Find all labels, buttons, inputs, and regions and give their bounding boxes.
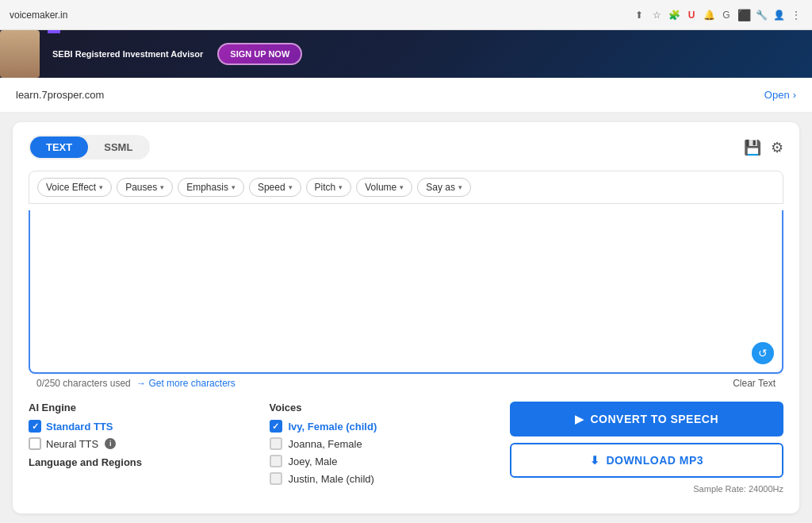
pauses-label: Pauses [125, 182, 157, 193]
colorful-icon[interactable]: ⬛ [737, 9, 750, 21]
ad-banner: SEBI Registered Investment Advisor SIGN … [0, 30, 812, 78]
sample-rate-text: Sample Rate: 24000Hz [510, 484, 783, 494]
volume-label: Volume [365, 182, 396, 193]
pitch-chevron: ▾ [339, 183, 343, 191]
voice-item-0: Ivy, Female (child) [270, 420, 498, 433]
voices-section: Voices Ivy, Female (child) Joanna, Femal… [270, 402, 498, 494]
download-label: DOWNLOAD MP3 [606, 454, 703, 467]
refresh-icon-button[interactable]: ↺ [752, 342, 774, 364]
voice-item-3: Justin, Male (child) [270, 472, 498, 485]
tab-text[interactable]: TEXT [30, 137, 88, 158]
char-count: 0/250 characters used → Get more charact… [36, 378, 236, 389]
save-icon: 💾 [744, 139, 761, 156]
speed-button[interactable]: Speed ▾ [249, 178, 301, 197]
toolbar: Voice Effect ▾ Pauses ▾ Emphasis ▾ Speed… [29, 171, 783, 204]
voice-checkbox-2[interactable] [270, 455, 282, 467]
ad-avatar [0, 30, 40, 78]
tab-row: TEXT SSML 💾 ⚙ [29, 135, 783, 160]
voice-label-2: Joey, Male [289, 456, 338, 467]
neural-tts-info-icon[interactable]: i [105, 438, 116, 449]
ai-engine-title: AI Engine [29, 402, 257, 413]
star-icon[interactable]: ☆ [650, 9, 663, 21]
standard-tts-checkbox[interactable] [29, 420, 41, 433]
ai-engine-section: AI Engine Standard TTS Neural TTS i Lang… [29, 402, 257, 494]
emphasis-button[interactable]: Emphasis ▾ [178, 178, 244, 197]
speed-chevron: ▾ [289, 183, 293, 191]
text-input[interactable] [30, 210, 782, 369]
standard-tts-row: Standard TTS [29, 420, 257, 433]
google-icon[interactable]: G [720, 9, 733, 21]
char-count-text: 0/250 characters used [36, 378, 131, 389]
settings-icon-button[interactable]: ⚙ [771, 139, 783, 156]
play-icon: ▶ [575, 413, 584, 425]
save-icon-button[interactable]: 💾 [744, 139, 761, 156]
voice-label-1: Joanna, Female [289, 438, 362, 450]
voice-effect-chevron: ▾ [99, 183, 103, 191]
tab-buttons: TEXT SSML [29, 135, 150, 160]
ad-banner-content: SEBI Registered Investment Advisor SIGN … [40, 43, 315, 65]
notification-domain: learn.7prosper.com [16, 89, 104, 101]
download-mp3-button[interactable]: ⬇ DOWNLOAD MP3 [510, 443, 783, 478]
notification-open-link[interactable]: Open › [764, 89, 796, 101]
voices-title: Voices [270, 402, 498, 413]
menu-icon[interactable]: ⋮ [790, 9, 802, 21]
tab-ssml[interactable]: SSML [88, 137, 148, 158]
language-regions-title: Language and Regions [29, 456, 257, 468]
emphasis-chevron: ▾ [232, 183, 236, 191]
neural-tts-label: Neural TTS [46, 438, 98, 450]
browser-icons: ⬆ ☆ 🧩 U 🔔 G ⬛ 🔧 👤 ⋮ [633, 9, 802, 21]
chevron-right-icon: › [793, 89, 796, 101]
say-as-label: Say as [426, 182, 455, 193]
voice-checkbox-0[interactable] [270, 420, 282, 433]
ad-promo-bar [48, 30, 60, 33]
voice-item-2: Joey, Male [270, 455, 498, 467]
bottom-section: AI Engine Standard TTS Neural TTS i Lang… [29, 402, 783, 494]
download-icon: ⬇ [590, 454, 600, 467]
share-icon[interactable]: ⬆ [633, 9, 645, 21]
bell-icon[interactable]: 🔔 [703, 9, 715, 21]
pitch-label: Pitch [315, 182, 336, 193]
text-area-wrapper: ↺ [29, 210, 783, 374]
voice-label-0: Ivy, Female (child) [289, 421, 377, 433]
convert-label: CONVERT TO SPEECH [591, 413, 719, 425]
gear-icon: ⚙ [771, 139, 783, 156]
speed-label: Speed [258, 182, 285, 193]
u-icon[interactable]: U [685, 9, 698, 21]
main-content: TEXT SSML 💾 ⚙ Voice Effect ▾ Pauses ▾ Em… [13, 122, 799, 513]
browser-chrome: voicemaker.in ⬆ ☆ 🧩 U 🔔 G ⬛ 🔧 👤 ⋮ [0, 0, 812, 30]
pauses-button[interactable]: Pauses ▾ [117, 178, 173, 197]
notification-bar: learn.7prosper.com Open › [0, 78, 812, 113]
puzzle-icon[interactable]: 🧩 [668, 9, 680, 21]
voice-effect-label: Voice Effect [46, 182, 96, 193]
voice-item-1: Joanna, Female [270, 437, 498, 450]
open-label: Open [764, 89, 790, 101]
pauses-chevron: ▾ [160, 183, 164, 191]
ad-text: SEBI Registered Investment Advisor [52, 49, 203, 59]
say-as-button[interactable]: Say as ▾ [417, 178, 471, 197]
tab-icons: 💾 ⚙ [744, 139, 783, 156]
voice-checkbox-3[interactable] [270, 472, 282, 485]
get-more-characters-link[interactable]: → Get more characters [136, 378, 236, 389]
voice-effect-button[interactable]: Voice Effect ▾ [37, 178, 112, 197]
voice-label-3: Justin, Male (child) [289, 473, 374, 485]
volume-chevron: ▾ [400, 183, 404, 191]
editor-container: Voice Effect ▾ Pauses ▾ Emphasis ▾ Speed… [29, 171, 783, 392]
say-as-chevron: ▾ [458, 183, 462, 191]
neural-tts-row: Neural TTS i [29, 437, 257, 450]
pitch-button[interactable]: Pitch ▾ [306, 178, 352, 197]
actions-section: ▶ CONVERT TO SPEECH ⬇ DOWNLOAD MP3 Sampl… [510, 402, 783, 494]
browser-title: voicemaker.in [10, 10, 626, 21]
convert-to-speech-button[interactable]: ▶ CONVERT TO SPEECH [510, 402, 783, 436]
clear-text-button[interactable]: Clear Text [733, 378, 776, 389]
ad-signup-button[interactable]: SIGN UP NOW [217, 43, 302, 65]
extensions-icon[interactable]: 🔧 [755, 9, 768, 21]
standard-tts-label: Standard TTS [46, 421, 113, 433]
volume-button[interactable]: Volume ▾ [356, 178, 412, 197]
profile-icon[interactable]: 👤 [772, 9, 785, 21]
neural-tts-checkbox[interactable] [29, 437, 41, 450]
voice-checkbox-1[interactable] [270, 437, 282, 450]
emphasis-label: Emphasis [186, 182, 228, 193]
text-area-footer: 0/250 characters used → Get more charact… [29, 374, 783, 392]
